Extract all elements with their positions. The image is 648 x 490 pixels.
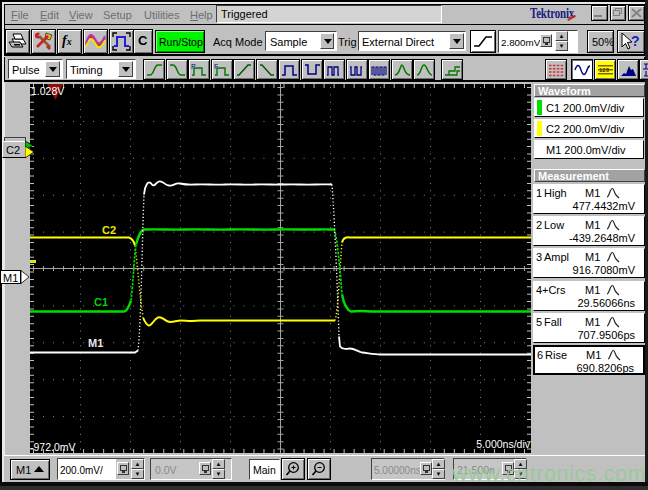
svg-text:-972.0mV: -972.0mV [30,441,76,453]
svg-text:C2: C2 [102,224,116,236]
svg-text:M1: M1 [88,337,103,349]
svg-text:1.028V: 1.028V [31,85,64,97]
svg-text:5.000ns/div: 5.000ns/div [476,438,530,450]
svg-text:C1: C1 [94,296,108,308]
svg-text:123: 123 [599,67,610,73]
